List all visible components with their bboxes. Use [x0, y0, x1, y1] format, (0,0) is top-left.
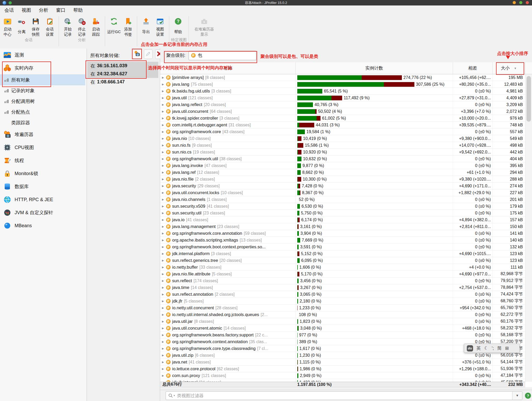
expand-icon[interactable]: ▶ [162, 252, 166, 255]
table-row[interactable]: ▶Porg.springframework.core[43 classes]19… [160, 128, 525, 135]
expand-icon[interactable]: ▶ [162, 96, 166, 99]
table-row[interactable]: ▶Pjava.util.concurrent.locks[10 classes]… [160, 189, 525, 196]
expand-icon[interactable]: ▶ [162, 198, 166, 201]
table-row[interactable]: ▶Psun.reflect.annotation[2 classes]3,065… [160, 291, 525, 298]
expand-icon[interactable]: ▶ [162, 320, 166, 323]
table-row[interactable]: ▶P[primitive arrays][8 classes]274,776 (… [160, 74, 525, 81]
class-filter-input[interactable]: ▾ 类视图过滤器 ▼ [166, 391, 522, 400]
table-row[interactable]: ▶Porg.apache.ibatis.scripting.xmltags[13… [160, 237, 525, 244]
toolbar-button-session-settings[interactable]: 会话设置 [43, 15, 57, 37]
vertical-scrollbar[interactable] [525, 74, 532, 382]
expand-icon[interactable]: ▶ [162, 124, 166, 126]
take-dump-button[interactable] [133, 50, 141, 59]
ime-option[interactable]: ’; [492, 346, 494, 351]
toolbar-button-export[interactable]: 导出 [139, 15, 153, 37]
table-row[interactable]: ▶Pjava.nio[10 classes]10,419 (0 %)+9,380… [160, 135, 525, 142]
toolbar-button-detach[interactable]: 分离 [15, 15, 29, 37]
toolbar-button-show-in-heap-walker[interactable]: 在堆遍历器显示 [191, 15, 218, 37]
toolbar-button-add-bookmark[interactable]: 添加书签 [121, 15, 135, 37]
dump-entry[interactable]: 在1:08.666.147 [87, 78, 158, 86]
expand-icon[interactable]: ▶ [162, 225, 166, 228]
expand-icon[interactable]: ▶ [162, 266, 166, 269]
expand-icon[interactable]: ▶ [162, 171, 166, 174]
expand-icon[interactable]: ▶ [162, 334, 166, 336]
expand-icon[interactable]: ▶ [162, 245, 166, 248]
table-row[interactable]: ▶Psun.reflect[174 classes]3,456 (0 %)0 (… [160, 277, 525, 284]
table-row[interactable]: ▶Psun.security.x509[41 classes]6,530 (0 … [160, 203, 525, 210]
expand-icon[interactable]: ▶ [162, 340, 166, 343]
table-row[interactable]: ▶Pjava.lang[75 classes]307,586 (25 %)+80… [160, 81, 525, 88]
expand-icon[interactable]: ▶ [162, 218, 166, 221]
expand-icon[interactable]: ▶ [162, 157, 166, 160]
expand-icon[interactable]: ▶ [162, 327, 166, 330]
expand-icon[interactable]: ▶ [162, 279, 166, 282]
table-row[interactable]: ▶Psun.reflect.generics.tree[20 classes]6… [160, 257, 525, 264]
sidebar-item-heap-walker[interactable]: 堆遍历器 [0, 128, 87, 141]
column-header-instance-count[interactable]: 实例计数 [296, 62, 453, 74]
sidebar-item-threads[interactable]: 线程 [0, 154, 87, 167]
table-row[interactable]: ▶Pjava.nio.file[2 classes]10,300 (0 %)+9… [160, 176, 525, 183]
dump-entry[interactable]: 在24:32.384.627 [87, 70, 158, 78]
table-row[interactable]: ▶Pjava.security[29 classes]7,428 (0 %)+4… [160, 183, 525, 189]
toolbar-button-launch-center[interactable]: 启动中心 [1, 15, 15, 37]
menu-item-窗口[interactable]: 窗口 [52, 5, 69, 15]
table-row[interactable]: ▶Pio.netty.buffer[33 classes]1,606 (0 %)… [160, 264, 525, 271]
toolbar-button-start-recording[interactable]: 开始记录 [61, 15, 75, 37]
table-row[interactable]: ▶Pjava.lang.ref[12 classes]8,662 (0 %)+6… [160, 169, 525, 176]
expand-icon[interactable]: ▶ [162, 184, 166, 187]
menu-item-帮助[interactable]: 帮助 [69, 5, 87, 15]
table-row[interactable]: ▶Pcom.sun.proxy[121 classes]2,949 (0 %)0… [160, 372, 525, 379]
table-row[interactable]: ▶Porg.springframework.core.annotation[59… [160, 230, 525, 237]
expand-icon[interactable]: ▶ [162, 286, 166, 289]
table-row[interactable]: ▶Pjdk.jfr[5 classes]2,180 (0 %)0 (±0 %)6… [160, 298, 525, 305]
sidebar-item-jvm-custom-probes[interactable]: JVM & 自定义探针 [0, 206, 87, 219]
table-row[interactable]: ▶Porg.springframework.util[38 classes]10… [160, 156, 525, 162]
menu-item-视图[interactable]: 视图 [18, 5, 35, 15]
sidebar-item-monitors-locks[interactable]: Monitor&锁 [0, 167, 87, 180]
expand-icon[interactable]: ▶ [162, 110, 166, 113]
ime-option[interactable]: 简 [497, 345, 502, 351]
menu-item-会话[interactable]: 会话 [1, 5, 18, 15]
toolbar-button-run-gc[interactable]: 运行GC [107, 15, 121, 37]
sidebar-item-mbeans[interactable]: MBeans [0, 219, 87, 232]
sidebar-item-class-tracker[interactable]: 类跟踪器 [0, 117, 87, 128]
help-icon[interactable]: ? [525, 393, 531, 399]
expand-icon[interactable]: ▶ [162, 273, 166, 275]
search-options-caret-icon[interactable]: ▾ [174, 394, 175, 397]
expand-icon[interactable]: ▶ [162, 151, 166, 153]
ime-option[interactable]: ⊞ [505, 346, 509, 351]
table-row[interactable]: ▶Ptk.lovejj.spider.controller[3 classes]… [160, 115, 525, 122]
expand-icon[interactable]: ▶ [162, 144, 166, 147]
expand-icon[interactable]: ▶ [162, 259, 166, 262]
table-row[interactable]: ▶Pjava.util.concurrent.atomic[14 classes… [160, 325, 525, 332]
sidebar-item-allocation-hot-spots[interactable]: 分配热点 [0, 107, 87, 117]
scrollbar-thumb[interactable] [527, 76, 531, 122]
table-row[interactable]: ▶Psun.nio.cs[19 classes]10,920 (0 %)+9,5… [160, 149, 525, 156]
expand-icon[interactable]: ▶ [162, 232, 166, 235]
aggregation-select[interactable]: P 包 [189, 51, 256, 60]
expand-icon[interactable]: ▶ [162, 76, 166, 79]
table-row[interactable]: ▶Pjava.lang.invoke[47 classes]9,877 (0 %… [160, 162, 525, 169]
sidebar-item-all-objects[interactable]: 所有对象 [0, 75, 85, 85]
expand-icon[interactable]: ▶ [162, 347, 166, 350]
table-row[interactable]: ▶Pjava.util.zip[6 classes]1,230 (0 %)0 (… [160, 352, 525, 359]
table-row[interactable]: ▶Porg.springframework.beans.factory.supp… [160, 332, 525, 338]
ime-option[interactable]: 英 [476, 345, 481, 351]
expand-icon[interactable]: ▶ [162, 293, 166, 296]
sidebar-item-allocation-call-tree[interactable]: 分配调用树 [0, 96, 87, 107]
toolbar-button-help[interactable]: ?帮助 [171, 15, 185, 37]
expand-icon[interactable]: ▶ [162, 83, 166, 86]
toolbar-button-start-tracking[interactable]: 启动跟踪 [89, 15, 103, 37]
expand-icon[interactable]: ▶ [162, 90, 166, 92]
table-row[interactable]: ▶Psun.security.util[23 classes]5,750 (0 … [160, 210, 525, 217]
ime-status-bar[interactable]: du 英☾’;简⊞ [464, 344, 520, 353]
expand-icon[interactable]: ▶ [162, 374, 166, 377]
maximize-button[interactable] [519, 1, 522, 4]
table-row[interactable]: ▶Porg.springframework.boot.context.prope… [160, 244, 525, 250]
table-row[interactable]: ▶Pjdk.internal.platform[3 classes]5,152 … [160, 250, 525, 257]
toolbar-button-stop-recording[interactable]: 停止记录 [75, 15, 89, 37]
expand-icon[interactable]: ▶ [162, 313, 166, 316]
menu-item-分析[interactable]: 分析 [35, 5, 52, 15]
expand-icon[interactable]: ▶ [162, 191, 166, 194]
expand-icon[interactable]: ▶ [162, 130, 166, 133]
